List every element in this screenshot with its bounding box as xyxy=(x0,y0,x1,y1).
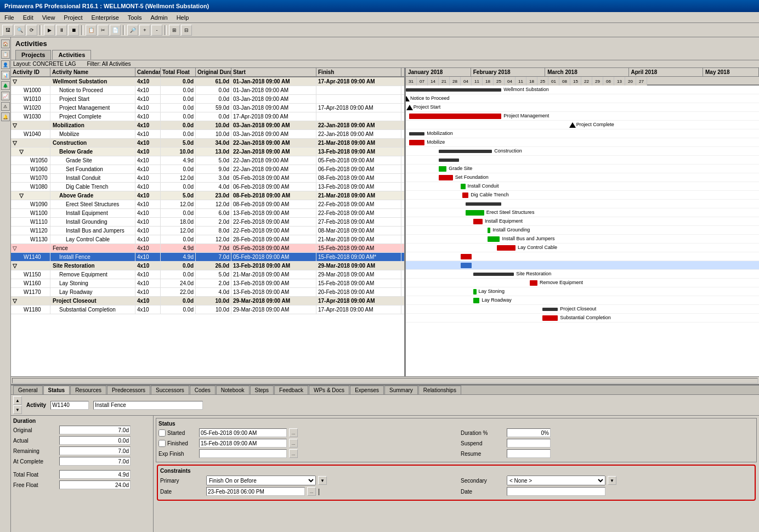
toolbar-btn-13[interactable]: ⊞ xyxy=(169,25,180,36)
duration-pct-input[interactable] xyxy=(507,428,551,437)
start-date-ellipsis[interactable]: ... xyxy=(289,428,298,437)
remaining-input[interactable] xyxy=(59,446,131,455)
toolbar-btn-5[interactable]: ⏸ xyxy=(56,25,67,36)
menu-admin[interactable]: Admin xyxy=(148,14,169,21)
started-checkbox-label[interactable]: Started xyxy=(158,429,197,437)
toolbar-btn-9[interactable]: 📄 xyxy=(110,25,121,36)
sidebar-resources-icon[interactable]: 👤 xyxy=(1,60,10,69)
finish-date-ellipsis[interactable]: ... xyxy=(289,439,298,448)
table-row[interactable]: W1030Project Complete4x100.0d0.0d17-Apr-… xyxy=(11,112,404,121)
table-row[interactable]: W1160Lay Stoning4x1024.0d2.0d13-Feb-2018… xyxy=(11,279,404,288)
table-row[interactable]: W1100Install Equipment4x100.0d6.0d13-Feb… xyxy=(11,209,404,218)
suspend-input[interactable] xyxy=(507,439,551,448)
bottom-tab-wps[interactable]: WPs & Docs xyxy=(309,386,349,394)
expand-icon[interactable]: ▽ xyxy=(13,245,17,251)
sidebar-activities-icon[interactable]: 📋 xyxy=(1,50,10,59)
sidebar-home-icon[interactable]: 🏠 xyxy=(1,39,10,48)
arrow-down-btn[interactable]: ▼ xyxy=(13,405,22,414)
expand-icon[interactable]: ▽ xyxy=(13,298,17,304)
secondary-select[interactable]: < None > Finish On or Before Start On xyxy=(507,476,605,485)
table-body[interactable]: ▽ Wellmont Substation4x100.0d61.0d01-Jan… xyxy=(11,77,404,376)
expand-icon[interactable]: ▽ xyxy=(13,149,24,155)
toolbar-btn-6[interactable]: ⏹ xyxy=(68,25,79,36)
table-row[interactable]: W1080Dig Cable Trench4x100.0d4.0d06-Feb-… xyxy=(11,183,404,191)
table-row[interactable]: ▽ Wellmont Substation4x100.0d61.0d01-Jan… xyxy=(11,77,404,86)
toolbar-btn-2[interactable]: 🔍 xyxy=(14,25,25,36)
table-row[interactable]: W1040Mobilize4x100.0d10.0d03-Jan-2018 09… xyxy=(11,130,404,139)
sidebar-risks-icon[interactable]: 🔔 xyxy=(1,112,10,121)
bottom-tab-predecessors[interactable]: Predecessors xyxy=(107,386,150,394)
secondary-dropdown-icon[interactable]: ▼ xyxy=(608,476,616,485)
bottom-tab-status[interactable]: Status xyxy=(43,386,70,394)
finish-date-input[interactable] xyxy=(199,439,287,448)
expand-icon[interactable]: ▽ xyxy=(13,122,17,128)
expand-icon[interactable]: ▽ xyxy=(13,78,17,84)
bottom-tab-steps[interactable]: Steps xyxy=(250,386,274,394)
menu-enterprise[interactable]: Enterprise xyxy=(89,14,121,21)
constraint-date-ellipsis[interactable]: ... xyxy=(307,487,316,496)
tab-projects[interactable]: Projects xyxy=(15,50,51,60)
sidebar-tracking-icon[interactable]: 📈 xyxy=(1,92,10,100)
table-row[interactable]: W1140Install Fence4x104.9d7.0d05-Feb-201… xyxy=(11,253,404,262)
bottom-tab-codes[interactable]: Codes xyxy=(190,386,216,394)
at-complete-input[interactable] xyxy=(59,457,131,466)
start-date-input[interactable] xyxy=(199,428,287,437)
finished-checkbox[interactable] xyxy=(158,440,166,447)
primary-select[interactable]: Finish On or Before < None > Start On St… xyxy=(206,476,316,485)
table-row[interactable]: ▽ Below Grade4x1010.0d13.0d22-Jan-2018 0… xyxy=(11,148,404,156)
toolbar-btn-11[interactable]: + xyxy=(139,25,150,36)
gantt-pane[interactable]: January 2018 February 2018 March 2018 Ap… xyxy=(406,68,759,376)
table-row[interactable]: ▽ Fence4x104.9d7.0d05-Feb-2018 09:00 AM1… xyxy=(11,244,404,253)
bottom-tab-summary[interactable]: Summary xyxy=(384,386,418,394)
bottom-tab-feedback[interactable]: Feedback xyxy=(274,386,308,394)
exp-finish-ellipsis[interactable]: ... xyxy=(289,449,298,458)
table-row[interactable]: ▽ Mobilization4x100.0d10.0d03-Jan-2018 0… xyxy=(11,121,404,130)
table-row[interactable]: ▽ Site Restoration4x100.0d26.0d13-Feb-20… xyxy=(11,262,404,270)
toolbar-btn-14[interactable]: ⊟ xyxy=(181,25,192,36)
toolbar-btn-10[interactable]: 🔎 xyxy=(127,25,138,36)
bottom-tab-resources[interactable]: Resources xyxy=(70,386,106,394)
sidebar-wbs-icon[interactable]: 🌲 xyxy=(1,81,10,90)
tab-activities[interactable]: Activities xyxy=(52,50,91,60)
toolbar-btn-8[interactable]: ✂ xyxy=(98,25,109,36)
menu-help[interactable]: Help xyxy=(174,14,191,21)
table-row[interactable]: W1070Install Conduit4x1012.0d3.0d05-Feb-… xyxy=(11,174,404,183)
table-row[interactable]: ▽ Above Grade4x105.0d23.0d08-Feb-2018 09… xyxy=(11,191,404,200)
table-row[interactable]: W1170Lay Roadway4x1022.0d4.0d13-Feb-2018… xyxy=(11,288,404,297)
bottom-tab-relationships[interactable]: Relationships xyxy=(418,386,461,394)
toolbar-btn-3[interactable]: ⟳ xyxy=(26,25,37,36)
table-row[interactable]: W1000Notice to Proceed4x100.0d0.0d01-Jan… xyxy=(11,86,404,95)
total-float-input[interactable] xyxy=(59,470,131,479)
menu-tools[interactable]: Tools xyxy=(126,14,144,21)
finished-checkbox-label[interactable]: Finished xyxy=(158,440,197,447)
table-row[interactable]: ▽ Construction4x105.0d34.0d22-Jan-2018 0… xyxy=(11,139,404,148)
expand-icon[interactable]: ▽ xyxy=(13,140,17,146)
resume-input[interactable] xyxy=(507,449,551,458)
h-scroll[interactable] xyxy=(11,376,759,384)
started-checkbox[interactable] xyxy=(158,429,166,437)
activity-name-field[interactable] xyxy=(93,401,203,410)
toolbar-btn-12[interactable]: - xyxy=(151,25,162,36)
table-row[interactable]: W1020Project Management4x100.0d59.0d03-J… xyxy=(11,104,404,112)
menu-edit[interactable]: Edit xyxy=(21,14,36,21)
sidebar-issues-icon[interactable]: ⚠ xyxy=(1,102,10,111)
original-input[interactable] xyxy=(59,426,131,434)
primary-dropdown-icon[interactable]: ▼ xyxy=(318,476,327,485)
table-row[interactable]: W1180Substantial Completion4x100.0d10.0d… xyxy=(11,305,404,314)
table-row[interactable]: ▽ Project Closeout4x100.0d10.0d29-Mar-20… xyxy=(11,297,404,305)
actual-input[interactable] xyxy=(59,436,131,445)
exp-finish-input[interactable] xyxy=(199,449,287,458)
table-row[interactable]: W1120Install Bus and Jumpers4x1012.0d8.0… xyxy=(11,227,404,235)
bottom-tab-successors[interactable]: Successors xyxy=(151,386,189,394)
toolbar-btn-1[interactable]: 🖫 xyxy=(2,25,13,36)
bottom-tab-general[interactable]: General xyxy=(13,386,43,394)
secondary-date-input[interactable] xyxy=(507,487,605,496)
menu-file[interactable]: File xyxy=(2,14,16,21)
menu-view[interactable]: View xyxy=(40,14,58,21)
table-row[interactable]: W1090Erect Steel Structures4x1012.0d12.0… xyxy=(11,200,404,209)
sidebar-reports-icon[interactable]: 📊 xyxy=(1,71,10,80)
expand-icon[interactable]: ▽ xyxy=(13,193,24,199)
toolbar-btn-7[interactable]: 📋 xyxy=(86,25,97,36)
table-row[interactable]: W1050Grade Site4x104.9d5.0d22-Jan-2018 0… xyxy=(11,156,404,165)
toolbar-btn-4[interactable]: ▶ xyxy=(44,25,55,36)
